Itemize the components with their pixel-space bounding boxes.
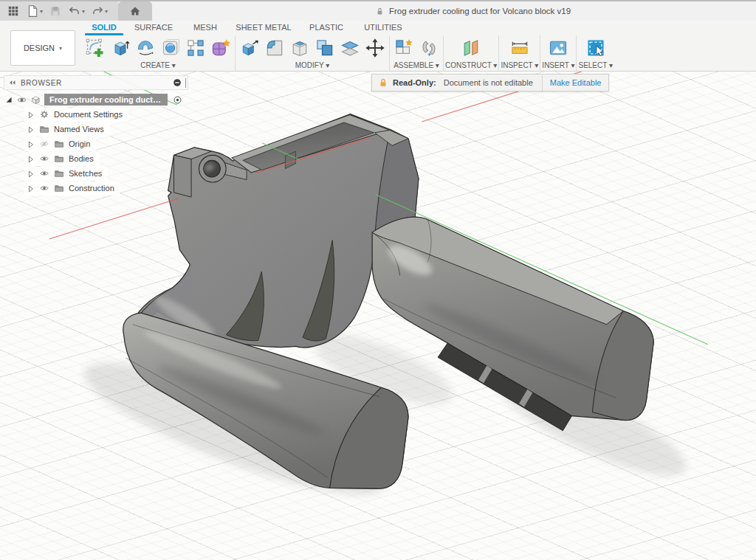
browser-header: BROWSER — [4, 75, 188, 90]
browser-title: BROWSER — [21, 79, 172, 87]
ribbon-tab-solid[interactable]: SOLID — [83, 22, 126, 35]
ribbon-group-construct: CONSTRUCT ▾ — [445, 35, 497, 69]
construction-plane-icon[interactable] — [458, 36, 484, 60]
ribbon-tab-sheet-metal[interactable]: SHEET METAL — [229, 22, 298, 35]
group-dropdown-modify[interactable]: MODIFY ▾ — [295, 61, 330, 69]
undo-caret: ▾ — [82, 8, 85, 15]
group-dropdown-inspect[interactable]: INSPECT ▾ — [501, 61, 538, 69]
gear-icon — [39, 109, 50, 120]
browser-item-origin[interactable]: Origin — [4, 136, 188, 151]
browser-item-label[interactable]: Construction — [69, 184, 114, 193]
press-pull-icon[interactable] — [237, 36, 262, 60]
expander-icon[interactable] — [26, 139, 35, 149]
app-grid-icon[interactable] — [4, 3, 22, 19]
ribbon-group-separator — [498, 35, 499, 74]
ribbon-tab-mesh[interactable]: MESH — [182, 22, 229, 35]
fillet-icon[interactable] — [262, 36, 287, 60]
group-dropdown-select[interactable]: SELECT ▾ — [578, 61, 613, 69]
ribbon-group-create: CREATE ▾ — [83, 35, 233, 69]
new-component-icon[interactable] — [391, 36, 416, 60]
document-title-text: Frog extruder cooling duct for Volcano b… — [389, 7, 571, 15]
group-dropdown-assemble[interactable]: ASSEMBLE ▾ — [394, 61, 439, 69]
browser-item-label[interactable]: Bodies — [69, 154, 94, 163]
ribbon-group-select: SELECT ▾ — [578, 35, 613, 69]
read-only-banner: Read-Only: Document is not editable Make… — [371, 74, 609, 91]
workspace-caret: ▾ — [59, 45, 62, 52]
hole-icon[interactable] — [158, 36, 183, 60]
save-icon[interactable] — [47, 3, 64, 19]
readonly-label: Read-Only: — [393, 78, 436, 87]
ribbon-group-separator — [443, 35, 444, 74]
group-dropdown-insert[interactable]: INSERT ▾ — [542, 61, 574, 69]
make-editable-button[interactable]: Make Editable — [543, 78, 609, 87]
ribbon-tab-strip: SOLIDSURFACEMESHSHEET METALPLASTICUTILIT… — [83, 22, 412, 35]
quick-access-toolbar: ▾ ▾ ▾ — [0, 1, 118, 21]
joint-icon[interactable] — [416, 36, 441, 60]
expander-icon[interactable] — [26, 125, 35, 134]
workspace-switcher[interactable]: DESIGN ▾ — [10, 30, 75, 66]
expander-icon[interactable] — [26, 169, 35, 179]
ribbon-toolbar: DESIGN ▾ SOLIDSURFACEMESHSHEET METALPLAS… — [0, 21, 756, 72]
group-dropdown-create[interactable]: CREATE ▾ — [140, 61, 176, 69]
component-cube-icon — [30, 94, 41, 106]
home-document-tab[interactable] — [118, 1, 152, 21]
expander-icon[interactable] — [26, 184, 35, 193]
combine-icon[interactable] — [312, 36, 337, 60]
browser-panel: BROWSER Frog extruder cooling duct fc...… — [4, 75, 188, 196]
ribbon-tab-plastic[interactable]: PLASTIC — [298, 22, 354, 35]
browser-item-named-views[interactable]: Named Views — [4, 122, 188, 136]
ribbon-group-separator — [576, 35, 577, 74]
expander-icon[interactable] — [26, 110, 35, 120]
group-dropdown-construct[interactable]: CONSTRUCT ▾ — [445, 61, 497, 69]
select-window-icon[interactable] — [583, 36, 608, 60]
panel-resize-handle[interactable] — [185, 78, 186, 88]
ribbon-groups: CREATE ▾MODIFY ▾ASSEMBLE ▾CONSTRUCT ▾INS… — [83, 35, 613, 71]
ribbon-tab-utilities[interactable]: UTILITIES — [354, 22, 412, 35]
folder-icon — [54, 183, 65, 194]
create-form-icon[interactable] — [208, 36, 233, 60]
title-bar: ▾ ▾ ▾ Frog extruder cooling duct for Vol… — [0, 0, 756, 21]
shell-icon[interactable] — [287, 36, 312, 60]
browser-item-bodies[interactable]: Bodies — [4, 151, 188, 166]
redo-caret: ▾ — [105, 8, 108, 15]
folder-icon — [54, 139, 65, 150]
eye-visible-icon[interactable] — [39, 183, 50, 194]
redo-icon[interactable]: ▾ — [89, 3, 110, 19]
ribbon-group-separator — [389, 35, 390, 74]
ribbon-tab-surface[interactable]: SURFACE — [126, 22, 182, 35]
revolve-icon[interactable] — [133, 36, 158, 60]
measure-icon[interactable] — [507, 36, 532, 60]
display-settings-icon[interactable] — [172, 77, 182, 88]
move-copy-icon[interactable] — [362, 36, 388, 60]
expander-open-icon[interactable] — [4, 95, 13, 105]
extrude-icon[interactable] — [108, 36, 133, 60]
browser-item-label[interactable]: Document Settings — [54, 110, 123, 119]
root-component-label[interactable]: Frog extruder cooling duct fc... — [44, 94, 168, 106]
collapse-panel-icon[interactable] — [7, 78, 18, 87]
pattern-icon[interactable] — [183, 36, 208, 60]
browser-item-label[interactable]: Origin — [69, 139, 90, 148]
browser-item-construction[interactable]: Construction — [4, 181, 188, 196]
eye-visible-icon[interactable] — [16, 94, 27, 106]
eye-visible-icon[interactable] — [39, 153, 50, 165]
browser-root-row[interactable]: Frog extruder cooling duct fc... — [4, 92, 188, 107]
insert-image-icon[interactable] — [546, 36, 571, 60]
ribbon-group-modify: MODIFY ▾ — [237, 35, 388, 69]
document-title: Frog extruder cooling duct for Volcano b… — [375, 1, 571, 21]
browser-item-label[interactable]: Named Views — [54, 125, 104, 134]
file-menu-icon[interactable]: ▾ — [24, 3, 45, 19]
create-sketch-icon[interactable] — [83, 36, 108, 60]
ribbon-group-assemble: ASSEMBLE ▾ — [391, 35, 441, 69]
browser-item-sketches[interactable]: Sketches — [4, 166, 188, 181]
expander-icon[interactable] — [26, 154, 35, 164]
readonly-message: Document is not editable — [444, 78, 533, 87]
eye-hidden-icon[interactable] — [39, 139, 50, 150]
readonly-lock-icon — [375, 7, 385, 16]
undo-icon[interactable]: ▾ — [66, 3, 87, 19]
readonly-banner-lock-icon — [378, 77, 388, 88]
browser-item-label[interactable]: Sketches — [69, 169, 102, 178]
eye-visible-icon[interactable] — [39, 168, 50, 179]
activate-component-radio[interactable] — [172, 94, 183, 106]
browser-item-document-settings[interactable]: Document Settings — [4, 107, 188, 122]
split-body-icon[interactable] — [337, 36, 362, 60]
